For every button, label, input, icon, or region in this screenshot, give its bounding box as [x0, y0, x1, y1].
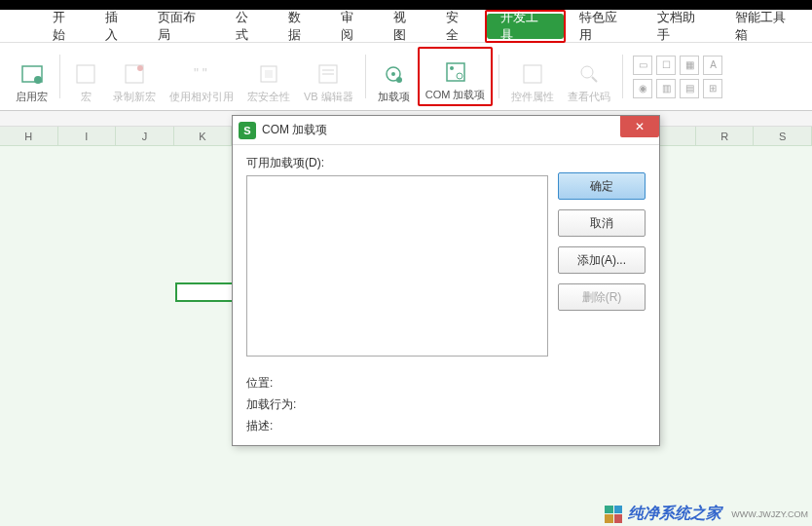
svg-point-11 [391, 72, 395, 76]
tab-start[interactable]: 开始 [39, 10, 92, 43]
col-header[interactable]: H [0, 127, 58, 146]
available-addins-label: 可用加载项(D): [246, 155, 548, 171]
addins-button[interactable]: 加载项 [372, 47, 416, 106]
svg-rect-16 [524, 65, 541, 83]
col-header[interactable]: I [58, 127, 117, 146]
vb-editor-label: VB 编辑器 [304, 90, 353, 104]
view-code-button[interactable]: 查看代码 [562, 47, 616, 106]
control-toolbox: ▭ ☐ ▦ A ◉ ▥ ▤ ⊞ [629, 47, 746, 106]
relative-ref-button[interactable]: " " 使用相对引用 [164, 47, 240, 106]
svg-point-14 [450, 66, 454, 70]
add-button[interactable]: 添加(A)... [558, 246, 646, 274]
control-item[interactable]: ▤ [680, 79, 699, 98]
shield-icon [255, 60, 282, 88]
watermark: 纯净系统之家 WWW.JWJZY.COM [605, 504, 808, 524]
remove-button: 删除(R) [558, 283, 646, 311]
tab-data[interactable]: 数据 [275, 10, 327, 43]
macro-label: 宏 [81, 90, 92, 104]
svg-point-1 [34, 76, 42, 84]
enable-macro-icon [18, 60, 46, 88]
dialog-titlebar[interactable]: S COM 加载项 ✕ [233, 116, 659, 145]
control-item[interactable]: ▭ [633, 56, 652, 75]
tab-view[interactable]: 视图 [380, 10, 432, 43]
tab-smarttools[interactable]: 智能工具箱 [721, 10, 812, 43]
properties-icon [519, 60, 546, 88]
addins-listbox[interactable] [246, 175, 548, 357]
enable-macro-button[interactable]: 启用宏 [10, 47, 54, 106]
tab-developer[interactable]: 开发工具 [487, 14, 565, 39]
tab-security[interactable]: 安全 [432, 10, 485, 43]
dialog-title: COM 加载项 [262, 122, 327, 138]
tab-review[interactable]: 审阅 [327, 10, 380, 43]
macro-security-label: 宏安全性 [247, 90, 290, 104]
col-header[interactable]: R [696, 127, 755, 146]
col-header[interactable]: S [754, 127, 812, 146]
control-props-label: 控件属性 [511, 90, 554, 104]
watermark-text: 纯净系统之家 [628, 504, 721, 524]
col-header[interactable]: K [174, 127, 233, 146]
location-label: 位置: [246, 372, 646, 394]
gear-icon [380, 60, 407, 88]
view-code-label: 查看代码 [568, 90, 610, 104]
tab-insert[interactable]: 插入 [92, 10, 144, 43]
magnify-icon [575, 60, 603, 88]
svg-text:" ": " " [194, 65, 207, 81]
tab-formula[interactable]: 公式 [222, 10, 275, 43]
highlight-dev-tab: 开发工具 [485, 10, 567, 43]
ribbon-tabs: 开始 插入 页面布局 公式 数据 审阅 视图 安全 开发工具 特色应用 文档助手… [0, 10, 812, 43]
relative-ref-icon: " " [188, 60, 215, 88]
control-item[interactable]: A [703, 56, 722, 75]
svg-point-12 [396, 77, 402, 83]
control-item[interactable]: ⊞ [703, 79, 722, 98]
com-addins-label: COM 加载项 [425, 88, 486, 102]
cancel-button[interactable]: 取消 [558, 209, 646, 237]
app-logo-icon: S [239, 122, 256, 139]
tab-special[interactable]: 特色应用 [566, 10, 644, 43]
ok-button[interactable]: 确定 [558, 172, 646, 200]
record-macro-button[interactable]: 录制新宏 [107, 47, 162, 106]
control-props-button[interactable]: 控件属性 [505, 47, 560, 106]
svg-point-4 [137, 65, 143, 71]
watermark-url: WWW.JWJZY.COM [731, 509, 808, 519]
record-macro-label: 录制新宏 [113, 90, 156, 104]
svg-point-17 [581, 66, 593, 78]
ribbon: 启用宏 宏 录制新宏 " " 使用相对引用 宏安全性 VB 编辑器 加载项 CO… [0, 43, 812, 111]
vb-editor-icon [314, 60, 342, 88]
macro-button[interactable]: 宏 [66, 47, 105, 106]
tab-layout[interactable]: 页面布局 [144, 10, 222, 43]
vb-editor-button[interactable]: VB 编辑器 [298, 47, 359, 106]
svg-rect-2 [77, 65, 94, 83]
dialog-info: 位置: 加载行为: 描述: [233, 366, 659, 442]
macro-icon [72, 60, 99, 88]
control-item[interactable]: ▦ [680, 56, 699, 75]
relative-ref-label: 使用相对引用 [169, 90, 234, 104]
macro-security-button[interactable]: 宏安全性 [241, 47, 296, 106]
enable-macro-label: 启用宏 [16, 90, 48, 104]
control-item[interactable]: ☐ [656, 56, 676, 75]
control-item[interactable]: ▥ [656, 79, 676, 98]
control-item[interactable]: ◉ [633, 79, 652, 98]
addins-label: 加载项 [378, 90, 410, 104]
load-behavior-label: 加载行为: [246, 394, 646, 415]
com-addins-dialog: S COM 加载项 ✕ 可用加载项(D): 确定 取消 添加(A)... 删除(… [232, 115, 660, 446]
com-addins-button[interactable]: COM 加载项 [418, 47, 494, 106]
selected-cell[interactable] [175, 282, 234, 302]
description-label: 描述: [246, 415, 646, 436]
col-header[interactable]: J [116, 127, 174, 146]
com-addins-icon [442, 58, 469, 86]
svg-line-18 [592, 77, 597, 82]
close-button[interactable]: ✕ [620, 116, 659, 137]
record-macro-icon [121, 60, 148, 88]
svg-point-15 [457, 73, 462, 79]
watermark-logo-icon [605, 506, 622, 523]
tab-dochelper[interactable]: 文档助手 [644, 10, 721, 43]
